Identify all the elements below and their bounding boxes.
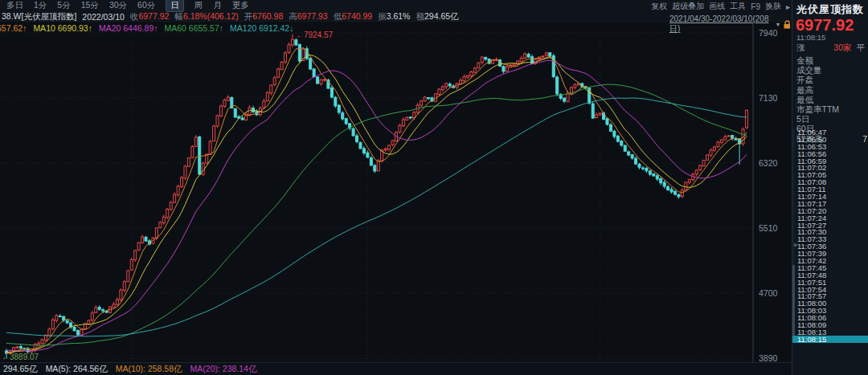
candle xyxy=(609,124,612,131)
tick-time-row[interactable]: 11:08:15 xyxy=(792,336,868,343)
candle xyxy=(116,300,118,304)
panel-field-row[interactable]: 开盘 xyxy=(792,75,868,84)
panel-field-row[interactable]: 成交量 xyxy=(792,65,868,75)
candle xyxy=(520,58,522,61)
candle xyxy=(663,182,665,186)
candle xyxy=(38,343,40,344)
candle xyxy=(16,347,18,348)
candle xyxy=(374,165,376,171)
candle xyxy=(323,79,326,80)
y-axis-tick: 3890 xyxy=(759,353,778,363)
candle xyxy=(159,222,162,227)
candle xyxy=(420,101,423,105)
candle xyxy=(524,54,526,58)
candle xyxy=(280,63,283,70)
candle xyxy=(330,88,333,97)
candle xyxy=(134,251,137,260)
lock-icon[interactable] xyxy=(784,20,790,29)
candle xyxy=(127,271,129,282)
tab-period-9[interactable]: 更多 xyxy=(232,0,249,11)
tab-period-3[interactable]: 15分 xyxy=(81,0,99,11)
tab-period-1[interactable]: 1分 xyxy=(34,0,47,11)
candle xyxy=(406,117,408,120)
candle xyxy=(438,89,440,94)
candle xyxy=(470,71,473,75)
candle xyxy=(177,186,179,195)
volume-legend-1: MA(5): 264.56亿 xyxy=(46,364,108,375)
candle xyxy=(702,161,705,166)
candle xyxy=(746,110,748,128)
ma-legend-3: MA60 6655.57↑ xyxy=(165,23,224,33)
quote-field-1: 幅6.18%(406.12) xyxy=(174,11,238,22)
tab-period-5[interactable]: 60分 xyxy=(137,0,155,11)
field-label: 高 xyxy=(289,11,297,21)
candle xyxy=(98,308,100,310)
panel-field-label: 成交量 xyxy=(796,65,822,75)
candle xyxy=(263,101,265,108)
tab-period-7[interactable]: 周 xyxy=(194,0,203,11)
candle xyxy=(485,57,487,59)
field-value: 6740.99 xyxy=(342,11,372,21)
field-label: 额 xyxy=(416,11,424,21)
candle xyxy=(616,136,619,141)
menu-item-4[interactable]: F9 xyxy=(751,2,760,11)
candle xyxy=(76,331,79,335)
candle xyxy=(596,115,598,118)
candle xyxy=(477,63,480,67)
candle xyxy=(141,237,144,243)
candle xyxy=(735,139,737,140)
y-axis-tick: 4700 xyxy=(759,288,778,298)
candle xyxy=(191,146,194,157)
menu-item-3[interactable]: 工具 xyxy=(730,1,746,12)
date-range-label[interactable]: 2021/04/30-2022/03/10(208日) xyxy=(669,14,773,35)
advancers-row: 涨 30家 平 xyxy=(796,43,865,54)
menu-item-2[interactable]: 画线 xyxy=(709,1,725,12)
panel-field-row[interactable]: 市盈率TTM xyxy=(792,104,868,114)
panel-field-row[interactable]: 最高 xyxy=(792,85,868,95)
ma-legend-4: MA120 6912.42↓ xyxy=(230,23,293,33)
candle xyxy=(635,158,637,164)
menu-item-0[interactable]: 复权 xyxy=(651,1,667,12)
candle xyxy=(384,149,387,149)
tab-period-2[interactable]: 5分 xyxy=(57,0,70,11)
ma-legend-1: MA10 6690.93↑ xyxy=(33,23,92,33)
candle xyxy=(334,97,337,106)
candle xyxy=(270,85,272,93)
date-range-control[interactable]: 2021/04/30-2022/03/10(208日) ▼ xyxy=(669,19,790,30)
panel-field-row[interactable]: 最低 xyxy=(792,95,868,104)
kline-chart[interactable]: 794071306320551047003890←7924.57←3889.07 xyxy=(0,0,792,375)
tab-period-8[interactable]: 月 xyxy=(213,0,222,11)
menu-item-5[interactable]: 换肤 xyxy=(765,1,781,12)
candle xyxy=(695,170,698,174)
y-axis-tick: 5510 xyxy=(759,223,778,233)
menu-arrow-icon[interactable]: ▸ xyxy=(786,2,790,11)
quote-field-5: 振3.61% xyxy=(378,11,410,22)
chevron-down-icon[interactable]: ▼ xyxy=(776,21,781,29)
candle xyxy=(445,84,448,87)
candle xyxy=(102,310,104,311)
tab-period-4[interactable]: 30分 xyxy=(109,0,127,11)
field-label: 收 xyxy=(130,11,139,21)
tab-period-0[interactable]: 多日 xyxy=(6,0,23,11)
candle xyxy=(181,177,183,186)
candle xyxy=(73,328,76,331)
advancers-count: 30家 xyxy=(833,43,851,54)
candle xyxy=(41,340,43,343)
candle xyxy=(66,320,68,323)
candle xyxy=(223,100,226,107)
menu-item-1[interactable]: 超级叠加 xyxy=(672,1,704,12)
candle xyxy=(613,131,616,137)
candle xyxy=(370,158,372,165)
panel-field-row[interactable]: 金额 xyxy=(792,55,868,65)
quote-field-4: 低6740.99 xyxy=(334,11,372,22)
candle xyxy=(317,77,319,84)
ma-legend-0: 657.62↑ xyxy=(0,23,27,33)
candle xyxy=(624,145,626,151)
candle xyxy=(277,69,280,77)
panel-field-row[interactable]: 5日 xyxy=(792,114,868,124)
candle xyxy=(219,106,222,116)
candle xyxy=(699,165,702,169)
candle xyxy=(59,316,61,317)
candle xyxy=(309,59,312,69)
tick-time-list[interactable]: 11:06:4711:06:5011:06:5311:06:5611:06:59… xyxy=(792,128,868,343)
